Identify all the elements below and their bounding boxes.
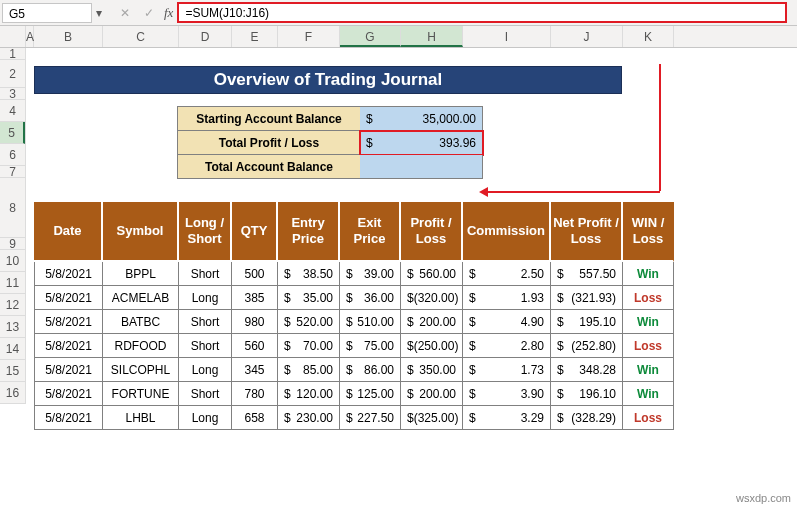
cell-date[interactable]: 5/8/2021	[34, 286, 103, 310]
cell-ls[interactable]: Short	[179, 310, 232, 334]
cell-exit-price[interactable]: $36.00	[340, 286, 401, 310]
fx-icon[interactable]: fx	[164, 5, 173, 21]
cell-symbol[interactable]: SILCOPHL	[103, 358, 179, 382]
th-qty[interactable]: QTY	[232, 202, 278, 262]
cell-ls[interactable]: Short	[179, 334, 232, 358]
th-symbol[interactable]: Symbol	[103, 202, 179, 262]
cell-winloss[interactable]: Win	[623, 262, 674, 286]
row-header-10[interactable]: 10	[0, 250, 25, 272]
cell-commission[interactable]: $3.29	[463, 406, 551, 430]
cell-qty[interactable]: 658	[232, 406, 278, 430]
col-header-G[interactable]: G	[340, 26, 401, 47]
th-net-pl[interactable]: Net Profit / Loss	[551, 202, 623, 262]
cell-net-pl[interactable]: $557.50	[551, 262, 623, 286]
th-entry-price[interactable]: Entry Price	[278, 202, 340, 262]
cell-commission[interactable]: $1.93	[463, 286, 551, 310]
row-header-5[interactable]: 5	[0, 122, 25, 144]
cell-pl[interactable]: $200.00	[401, 382, 463, 406]
cell-commission[interactable]: $3.90	[463, 382, 551, 406]
col-header-J[interactable]: J	[551, 26, 623, 47]
total-account-balance-cell[interactable]	[360, 155, 483, 179]
cell-entry-price[interactable]: $70.00	[278, 334, 340, 358]
cell-net-pl[interactable]: $(252.80)	[551, 334, 623, 358]
cell-net-pl[interactable]: $(321.93)	[551, 286, 623, 310]
col-header-E[interactable]: E	[232, 26, 278, 47]
cell-date[interactable]: 5/8/2021	[34, 358, 103, 382]
cell-pl[interactable]: $560.00	[401, 262, 463, 286]
cell-qty[interactable]: 385	[232, 286, 278, 310]
cell-symbol[interactable]: RDFOOD	[103, 334, 179, 358]
col-header-A[interactable]: A	[26, 26, 34, 47]
cell-ls[interactable]: Short	[179, 262, 232, 286]
cell-date[interactable]: 5/8/2021	[34, 406, 103, 430]
cell-net-pl[interactable]: $195.10	[551, 310, 623, 334]
cell-symbol[interactable]: BPPL	[103, 262, 179, 286]
cell-pl[interactable]: $(325.00)	[401, 406, 463, 430]
cell-exit-price[interactable]: $86.00	[340, 358, 401, 382]
th-profit-loss[interactable]: Profit / Loss	[401, 202, 463, 262]
cell-entry-price[interactable]: $230.00	[278, 406, 340, 430]
select-all-triangle[interactable]	[0, 26, 26, 47]
cell-winloss[interactable]: Loss	[623, 286, 674, 310]
th-date[interactable]: Date	[34, 202, 103, 262]
cell-pl[interactable]: $350.00	[401, 358, 463, 382]
row-header-13[interactable]: 13	[0, 316, 25, 338]
cell-ls[interactable]: Short	[179, 382, 232, 406]
total-profit-loss-cell[interactable]: $ 393.96	[360, 131, 483, 155]
cell-pl[interactable]: $(320.00)	[401, 286, 463, 310]
name-box[interactable]: G5	[2, 3, 92, 23]
col-header-C[interactable]: C	[103, 26, 179, 47]
cell-commission[interactable]: $1.73	[463, 358, 551, 382]
row-header-9[interactable]: 9	[0, 238, 25, 250]
cell-qty[interactable]: 980	[232, 310, 278, 334]
row-header-2[interactable]: 2	[0, 60, 25, 88]
cell-pl[interactable]: $(250.00)	[401, 334, 463, 358]
row-header-16[interactable]: 16	[0, 382, 25, 404]
cell-winloss[interactable]: Loss	[623, 334, 674, 358]
col-header-H[interactable]: H	[401, 26, 463, 47]
cell-net-pl[interactable]: $348.28	[551, 358, 623, 382]
col-header-K[interactable]: K	[623, 26, 674, 47]
starting-balance-cell[interactable]: $ 35,000.00	[360, 107, 483, 131]
cell-net-pl[interactable]: $196.10	[551, 382, 623, 406]
name-box-dropdown-icon[interactable]: ▾	[92, 3, 106, 23]
cell-ls[interactable]: Long	[179, 406, 232, 430]
cell-entry-price[interactable]: $85.00	[278, 358, 340, 382]
cell-exit-price[interactable]: $227.50	[340, 406, 401, 430]
cell-commission[interactable]: $4.90	[463, 310, 551, 334]
cell-qty[interactable]: 780	[232, 382, 278, 406]
formula-bar[interactable]: =SUM(J10:J16)	[177, 2, 787, 23]
col-header-B[interactable]: B	[34, 26, 103, 47]
cell-pl[interactable]: $200.00	[401, 310, 463, 334]
enter-icon[interactable]: ✓	[140, 4, 158, 22]
th-exit-price[interactable]: Exit Price	[340, 202, 401, 262]
cell-entry-price[interactable]: $120.00	[278, 382, 340, 406]
th-win-loss[interactable]: WIN / Loss	[623, 202, 674, 262]
row-header-6[interactable]: 6	[0, 144, 25, 166]
cell-qty[interactable]: 560	[232, 334, 278, 358]
col-header-D[interactable]: D	[179, 26, 232, 47]
cell-exit-price[interactable]: $125.00	[340, 382, 401, 406]
cell-symbol[interactable]: LHBL	[103, 406, 179, 430]
cell-net-pl[interactable]: $(328.29)	[551, 406, 623, 430]
cell-winloss[interactable]: Win	[623, 310, 674, 334]
row-header-12[interactable]: 12	[0, 294, 25, 316]
cell-commission[interactable]: $2.80	[463, 334, 551, 358]
th-long-short[interactable]: Long / Short	[179, 202, 232, 262]
cell-exit-price[interactable]: $75.00	[340, 334, 401, 358]
col-header-I[interactable]: I	[463, 26, 551, 47]
cell-date[interactable]: 5/8/2021	[34, 310, 103, 334]
cell-date[interactable]: 5/8/2021	[34, 262, 103, 286]
cell-exit-price[interactable]: $510.00	[340, 310, 401, 334]
row-header-11[interactable]: 11	[0, 272, 25, 294]
cell-exit-price[interactable]: $39.00	[340, 262, 401, 286]
cell-entry-price[interactable]: $520.00	[278, 310, 340, 334]
cell-symbol[interactable]: ACMELAB	[103, 286, 179, 310]
cell-symbol[interactable]: BATBC	[103, 310, 179, 334]
cancel-icon[interactable]: ✕	[116, 4, 134, 22]
cell-commission[interactable]: $2.50	[463, 262, 551, 286]
cell-date[interactable]: 5/8/2021	[34, 334, 103, 358]
row-header-1[interactable]: 1	[0, 48, 25, 60]
cell-date[interactable]: 5/8/2021	[34, 382, 103, 406]
row-header-3[interactable]: 3	[0, 88, 25, 100]
